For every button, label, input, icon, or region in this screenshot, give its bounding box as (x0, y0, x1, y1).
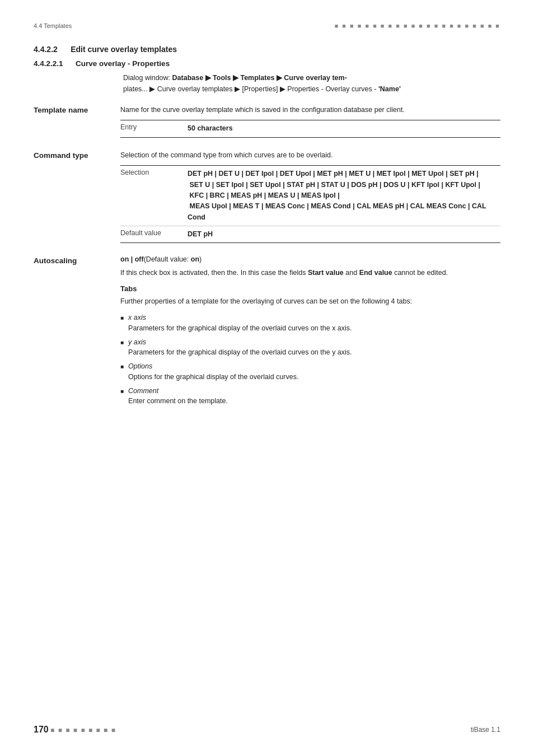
page-number: 170 (34, 725, 49, 734)
list-item: ■ x axis Parameters for the graphical di… (120, 312, 500, 334)
page-footer: 170 ■ ■ ■ ■ ■ ■ ■ ■ ■ tiBase 1.1 (34, 725, 500, 735)
template-name-label: Template name (34, 105, 120, 140)
tabs-subsection: Tabs Further properties of a template fo… (120, 284, 500, 407)
selection-label: Selection (120, 169, 188, 176)
header-left: 4.4 Templates (34, 22, 72, 29)
autoscaling-content: on | off(Default value: on) If this chec… (120, 255, 500, 410)
command-type-label: Command type (34, 150, 120, 246)
autoscaling-section: Autoscaling on | off(Default value: on) … (34, 255, 500, 410)
list-item: ■ Comment Enter comment on the template. (120, 386, 500, 407)
dialog-path: Dialog window: Database ▶ Tools ▶ Templa… (123, 72, 500, 95)
command-type-selection-row: Selection DET pH | DET U | DET Ipol | DE… (120, 166, 500, 226)
autoscaling-description: If this check box is activated, then the… (120, 268, 500, 278)
comment-title: Comment (128, 387, 158, 395)
dialog-bold1: Database ▶ Tools ▶ Templates ▶ Curve ove… (172, 74, 347, 82)
options-title: Options (128, 362, 152, 370)
command-type-default-row: Default value DET pH (120, 226, 500, 242)
default-label: Default value (120, 229, 188, 237)
section-44221-title: 4.4.2.2.1 Curve overlay - Properties (34, 59, 500, 68)
bullet-icon-yaxis: ■ (120, 338, 124, 347)
tabs-heading: Tabs (120, 284, 500, 293)
content-area: Template name Name for the curve overlay… (34, 105, 500, 420)
tabs-description: Further properties of a template for the… (120, 296, 500, 307)
selection-value: DET pH | DET U | DET Ipol | DET Upol | M… (188, 169, 500, 223)
template-name-row: Entry 50 characters (120, 120, 500, 137)
page: 4.4 Templates ■ ■ ■ ■ ■ ■ ■ ■ ■ ■ ■ ■ ■ … (0, 0, 534, 756)
section-442-title: 4.4.2.2 Edit curve overlay templates (34, 45, 500, 54)
dialog-prefix: Dialog window: (123, 74, 172, 82)
dialog-bold2: 'Name' (378, 85, 401, 93)
xaxis-title: x axis (128, 314, 146, 321)
template-name-description: Name for the curve overlay template whic… (120, 105, 500, 115)
autoscaling-onoff: on | off(Default value: on) (120, 255, 500, 263)
template-name-table: Entry 50 characters (120, 120, 500, 137)
bullet-icon-options: ■ (120, 362, 124, 371)
list-item: ■ Options Options for the graphical disp… (120, 361, 500, 382)
entry-label: Entry (120, 123, 188, 131)
command-type-description: Selection of the command type from which… (120, 150, 500, 161)
yaxis-desc: Parameters for the graphical display of … (128, 348, 352, 356)
list-item: ■ y axis Parameters for the graphical di… (120, 337, 500, 358)
page-header: 4.4 Templates ■ ■ ■ ■ ■ ■ ■ ■ ■ ■ ■ ■ ■ … (34, 22, 500, 29)
footer-brand: tiBase 1.1 (471, 726, 500, 734)
header-dots: ■ ■ ■ ■ ■ ■ ■ ■ ■ ■ ■ ■ ■ ■ ■ ■ ■ ■ ■ ■ … (335, 22, 500, 29)
xaxis-content: x axis Parameters for the graphical disp… (128, 312, 500, 334)
dialog-line2: plates... ▶ Curve overlay templates ▶ [P… (123, 85, 376, 93)
xaxis-desc: Parameters for the graphical display of … (128, 324, 352, 332)
options-desc: Options for the graphical display of the… (128, 373, 298, 381)
options-content: Options Options for the graphical displa… (128, 361, 500, 382)
bullet-icon-xaxis: ■ (120, 314, 124, 322)
template-name-content: Name for the curve overlay template whic… (120, 105, 500, 140)
yaxis-content: y axis Parameters for the graphical disp… (128, 337, 500, 358)
template-name-section: Template name Name for the curve overlay… (34, 105, 500, 140)
comment-desc: Enter comment on the template. (128, 397, 228, 405)
default-value: DET pH (188, 229, 500, 240)
bullet-icon-comment: ■ (120, 387, 124, 395)
command-type-section: Command type Selection of the command ty… (34, 150, 500, 246)
footer-left: 170 ■ ■ ■ ■ ■ ■ ■ ■ ■ (34, 725, 116, 735)
tabs-list: ■ x axis Parameters for the graphical di… (120, 312, 500, 407)
comment-content: Comment Enter comment on the template. (128, 386, 500, 407)
command-type-table: Selection DET pH | DET U | DET Ipol | DE… (120, 165, 500, 243)
entry-value: 50 characters (188, 123, 500, 134)
footer-dots: ■ ■ ■ ■ ■ ■ ■ ■ ■ (50, 726, 116, 734)
yaxis-title: y axis (128, 338, 146, 346)
autoscaling-label: Autoscaling (34, 255, 120, 410)
command-type-content: Selection of the command type from which… (120, 150, 500, 246)
